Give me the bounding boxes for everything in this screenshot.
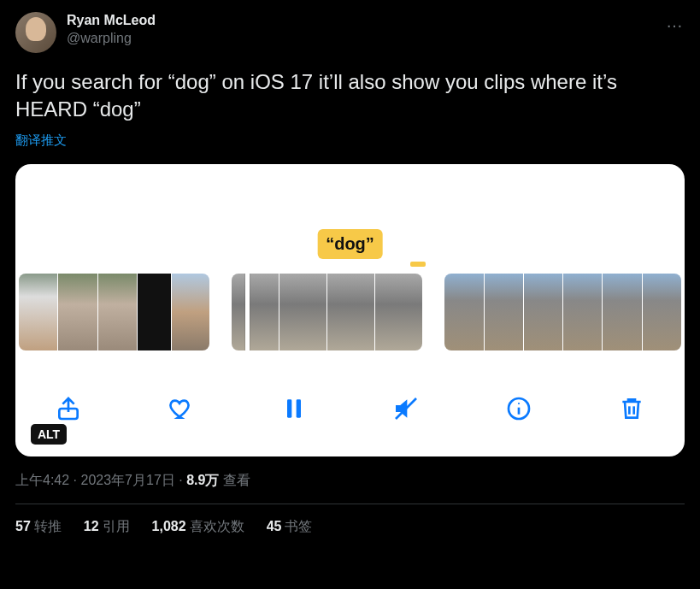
timeline-marker bbox=[410, 262, 426, 267]
share-icon[interactable] bbox=[51, 392, 85, 426]
frame bbox=[172, 274, 209, 350]
frame bbox=[232, 274, 279, 350]
tweet-meta: 上午4:42 · 2023年7月17日 · 8.9万 查看 bbox=[15, 472, 685, 490]
alt-badge[interactable]: ALT bbox=[31, 424, 67, 445]
quotes-stat[interactable]: 12引用 bbox=[84, 518, 130, 536]
time[interactable]: 上午4:42 bbox=[15, 473, 69, 487]
svg-rect-2 bbox=[296, 399, 300, 417]
avatar[interactable] bbox=[15, 12, 56, 53]
author-names[interactable]: Ryan McLeod @warpling bbox=[67, 12, 156, 48]
frame bbox=[98, 274, 137, 350]
frame bbox=[58, 274, 97, 350]
views-label: 查看 bbox=[219, 473, 250, 487]
tweet-header: Ryan McLeod @warpling … bbox=[15, 12, 685, 53]
mute-icon[interactable] bbox=[389, 392, 423, 426]
clip-strip bbox=[15, 274, 685, 350]
frame bbox=[279, 274, 326, 350]
frame bbox=[524, 274, 562, 350]
clip-thumbnail[interactable] bbox=[444, 274, 681, 350]
playhead[interactable] bbox=[245, 274, 250, 350]
frame bbox=[444, 274, 483, 350]
frame bbox=[19, 274, 57, 350]
info-icon[interactable] bbox=[502, 392, 536, 426]
clip-thumbnail[interactable] bbox=[232, 274, 423, 350]
more-icon[interactable]: … bbox=[666, 12, 685, 32]
pause-icon[interactable] bbox=[277, 392, 311, 426]
stats-row: 57转推 12引用 1,082喜欢次数 45书签 bbox=[15, 504, 685, 536]
tweet-text: If you search for “dog” on iOS 17 it’ll … bbox=[15, 68, 685, 124]
media-card[interactable]: “dog” bbox=[15, 164, 685, 456]
tweet-container: Ryan McLeod @warpling … If you search fo… bbox=[0, 0, 700, 536]
frame bbox=[138, 274, 171, 350]
svg-point-6 bbox=[518, 403, 520, 404]
frame bbox=[603, 274, 641, 350]
frame bbox=[643, 274, 681, 350]
clip-thumbnail[interactable] bbox=[19, 274, 209, 350]
trash-icon[interactable] bbox=[615, 392, 649, 426]
views-count: 8.9万 bbox=[186, 473, 219, 487]
frame bbox=[375, 274, 422, 350]
likes-stat[interactable]: 1,082喜欢次数 bbox=[152, 518, 244, 536]
retweets-stat[interactable]: 57转推 bbox=[15, 518, 62, 536]
display-name: Ryan McLeod bbox=[67, 12, 156, 30]
search-tag: “dog” bbox=[317, 229, 383, 259]
heart-icon[interactable] bbox=[164, 392, 198, 426]
frame bbox=[485, 274, 523, 350]
bookmarks-stat[interactable]: 45书签 bbox=[267, 518, 313, 536]
svg-rect-1 bbox=[287, 399, 291, 417]
frame bbox=[563, 274, 602, 350]
handle: @warpling bbox=[67, 30, 156, 48]
frame bbox=[327, 274, 374, 350]
media-toolbar bbox=[15, 392, 685, 426]
translate-link[interactable]: 翻译推文 bbox=[15, 133, 685, 149]
date[interactable]: 2023年7月17日 bbox=[80, 473, 174, 487]
